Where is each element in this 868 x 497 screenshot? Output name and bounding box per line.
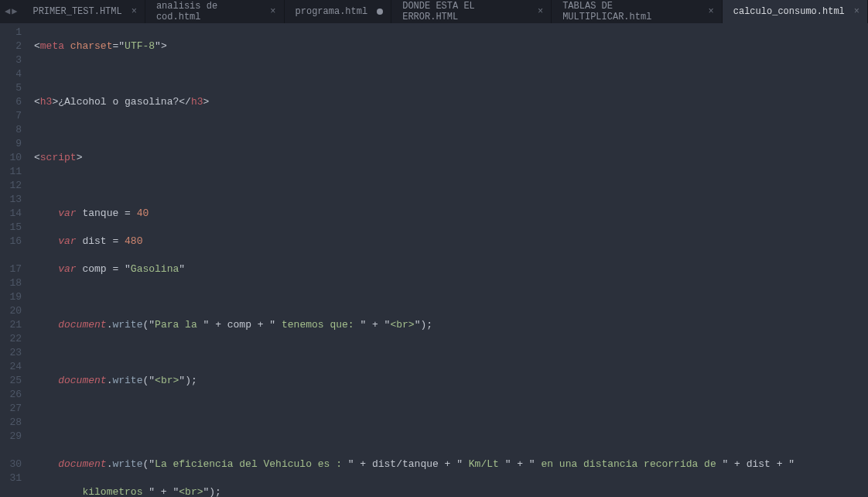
line-number: 23 [0,346,22,360]
close-icon[interactable]: × [270,6,275,17]
line-number: 21 [0,318,22,332]
code-line [34,179,868,193]
line-number: 6 [0,95,22,109]
close-icon[interactable]: × [538,6,543,17]
line-number: 4 [0,67,22,81]
editor: 1 2 3 4 5 6 7 8 9 10 11 12 13 14 15 16 1… [0,23,868,497]
tab-tablas[interactable]: TABLAS DE MULTIPLICAR.html× [552,0,723,23]
code-line [34,346,868,360]
code-line: document.write("Para la " + comp + " ten… [34,318,868,332]
tab-label: TABLAS DE MULTIPLICAR.html [562,1,699,22]
code-line [34,430,868,444]
code-line: <meta charset="UTF-8"> [34,39,868,53]
code-line: <script> [34,151,868,165]
nav-back-icon[interactable]: ◀ [5,7,10,16]
line-number: 16 [0,235,22,248]
line-number: 13 [0,193,22,207]
line-number: 20 [0,304,22,318]
line-number: 2 [0,39,22,53]
tab-label: calculo_consumo.html [733,6,845,17]
code-line: document.write("<br>"); [34,374,868,388]
tab-analisis[interactable]: analisis de cod.html× [145,0,285,23]
tab-label: analisis de cod.html [156,1,261,22]
line-number: 7 [0,109,22,123]
code-line [34,123,868,137]
tab-bar: PRIMER_TEST.HTML× analisis de cod.html× … [22,0,868,23]
modified-dot-icon [377,9,383,15]
tab-donde-error[interactable]: DONDE ESTA EL ERROR.HTML× [391,0,552,23]
top-bar: ◀ ▶ PRIMER_TEST.HTML× analisis de cod.ht… [0,0,868,23]
line-number: 29 [0,430,22,444]
line-number: 8 [0,123,22,137]
line-number: 25 [0,374,22,388]
code-area[interactable]: <meta charset="UTF-8"> <h3>¿Alcohol o ga… [29,23,868,497]
close-icon[interactable]: × [132,6,137,17]
line-number: 24 [0,360,22,374]
code-line [34,402,868,416]
tab-primer-test[interactable]: PRIMER_TEST.HTML× [22,0,145,23]
code-line: kilometros " + "<br>"); [34,485,868,497]
tab-calculo-consumo[interactable]: calculo_consumo.html× [723,0,868,23]
line-number: 9 [0,137,22,151]
code-line: var tanque = 40 [34,207,868,221]
close-icon[interactable]: × [709,6,714,17]
line-number: 18 [0,276,22,290]
line-gutter: 1 2 3 4 5 6 7 8 9 10 11 12 13 14 15 16 1… [0,23,29,497]
line-number: 5 [0,81,22,95]
line-number: 19 [0,290,22,304]
code-line: var comp = "Gasolina" [34,262,868,276]
line-number: 26 [0,388,22,402]
code-line [34,67,868,81]
line-number: 17 [0,262,22,276]
code-line [34,290,868,304]
line-number: 11 [0,165,22,179]
line-number: 30 [0,458,22,471]
line-number [0,444,22,458]
nav-forward-icon[interactable]: ▶ [12,7,17,16]
tab-label: programa.html [296,6,368,17]
code-line: var dist = 480 [34,235,868,248]
nav-arrows: ◀ ▶ [0,7,22,16]
line-number [0,248,22,262]
line-number: 12 [0,179,22,193]
tab-label: PRIMER_TEST.HTML [32,6,121,17]
tab-label: DONDE ESTA EL ERROR.HTML [402,1,528,22]
line-number: 31 [0,471,22,485]
line-number: 15 [0,221,22,235]
code-line: <h3>¿Alcohol o gasolina?</h3> [34,95,868,109]
line-number: 1 [0,26,22,39]
line-number: 27 [0,402,22,416]
tab-programa[interactable]: programa.html [285,0,392,23]
line-number: 3 [0,53,22,67]
code-line: document.write("La eficiencia del Vehicu… [34,458,868,471]
line-number: 14 [0,207,22,221]
close-icon[interactable]: × [854,6,859,17]
line-number: 28 [0,416,22,430]
line-number: 10 [0,151,22,165]
line-number: 22 [0,332,22,346]
